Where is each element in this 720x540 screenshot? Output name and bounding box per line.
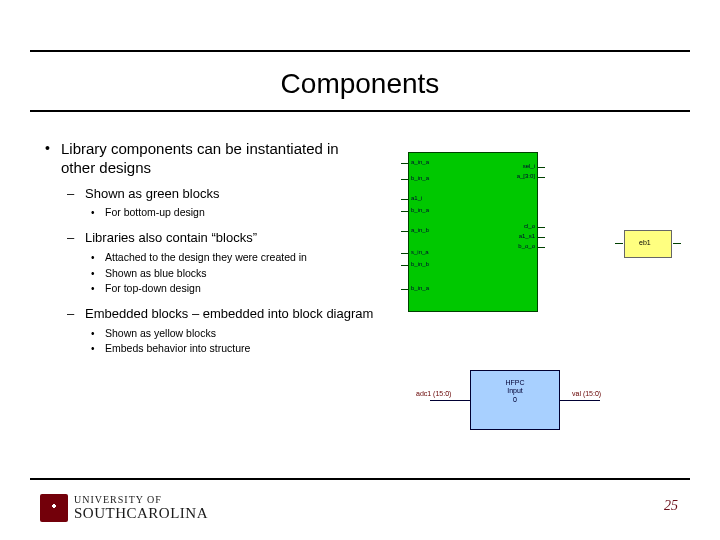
blue-block: HFPC Input 0 — [470, 370, 560, 430]
grid-bottom: HFPC Input 0 adc1 (15:0) val (15:0) — [410, 360, 650, 450]
sub-2-text: Embedded blocks – embedded into block di… — [85, 306, 373, 321]
pin-l2: a1_i — [411, 195, 422, 201]
green-block: a_in_a b_in_a a1_i b_in_a a_in_b s_in_a … — [408, 152, 538, 312]
pin-r4: b_o_o — [518, 243, 535, 249]
yellow-label: eb1 — [639, 239, 651, 246]
grid-top: a_in_a b_in_a a1_i b_in_a a_in_b s_in_a … — [390, 140, 690, 330]
pin-r2: cl_o — [524, 223, 535, 229]
sub-1-p2: For top-down design — [105, 282, 375, 296]
footer-rule — [30, 478, 690, 480]
top-rule — [30, 50, 690, 52]
logo-big2: CAROLINA — [127, 505, 209, 521]
logo-tree-icon — [40, 494, 68, 522]
blue-right-sig: val (15:0) — [572, 390, 601, 397]
pin-r3: a1_s1 — [519, 233, 535, 239]
sub-1-text: Libraries also contain “blocks” — [85, 230, 257, 245]
slide-title: Components — [0, 68, 720, 100]
blue-title: HFPC Input 0 — [471, 379, 559, 404]
pin-l6: b_in_b — [411, 261, 429, 267]
blue-left-sig: adc1 (15:0) — [416, 390, 451, 397]
logo-text: UNIVERSITY OF SOUTHCAROLINA — [74, 494, 208, 522]
title-underline — [30, 110, 690, 112]
diagrams-area: a_in_a b_in_a a1_i b_in_a a_in_b s_in_a … — [390, 140, 690, 460]
sub-1-p1: Shown as blue blocks — [105, 267, 375, 281]
sub-2-p1: Embeds behavior into structure — [105, 342, 375, 356]
sub-1: Libraries also contain “blocks” Attached… — [85, 230, 375, 296]
logo-small: UNIVERSITY OF — [74, 494, 162, 505]
pin-l1: b_in_a — [411, 175, 429, 181]
logo-big1: SOUTH — [74, 505, 127, 521]
sub-1-p0: Attached to the design they were created… — [105, 251, 375, 265]
pin-l0: a_in_a — [411, 159, 429, 165]
pin-l5: s_in_a — [411, 249, 429, 255]
yellow-block: eb1 — [624, 230, 672, 258]
sub-0-text: Shown as green blocks — [85, 186, 219, 201]
sub-0-p0: For bottom-up design — [105, 206, 375, 220]
sub-2: Embedded blocks – embedded into block di… — [85, 306, 375, 356]
pin-l4: a_in_b — [411, 227, 429, 233]
bullet-main: Library components can be instantiated i… — [61, 140, 375, 356]
pin-l7: b_in_a — [411, 285, 429, 291]
pin-r0: sel_i — [523, 163, 535, 169]
pin-l3: b_in_a — [411, 207, 429, 213]
bullet-main-text: Library components can be instantiated i… — [61, 140, 339, 176]
page-number: 25 — [664, 498, 678, 514]
text-content: Library components can be instantiated i… — [45, 140, 375, 366]
pin-r1: a_[3:0] — [517, 173, 535, 179]
sub-0: Shown as green blocks For bottom-up desi… — [85, 186, 375, 221]
sub-2-p0: Shown as yellow blocks — [105, 327, 375, 341]
university-logo: UNIVERSITY OF SOUTHCAROLINA — [40, 494, 208, 522]
